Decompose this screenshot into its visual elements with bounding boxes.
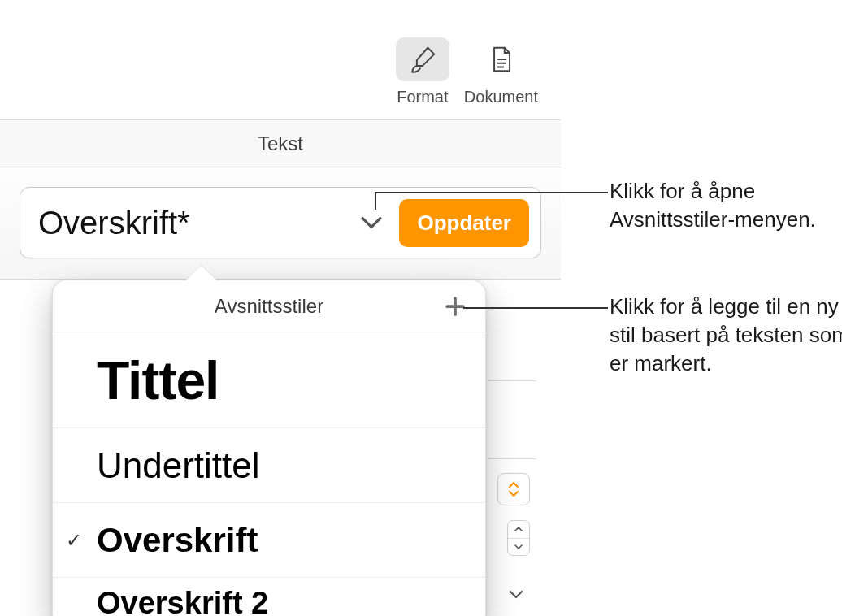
style-label: Overskrift 2	[97, 586, 268, 616]
inspector-toolbar: Format Dokument	[0, 15, 561, 120]
format-tab-label: Format	[397, 88, 448, 106]
style-item-overskrift-2[interactable]: Overskrift 2	[53, 578, 485, 616]
style-item-tittel[interactable]: Tittel	[53, 332, 485, 428]
callouts-region: Klikk for å åpne Avsnittsstiler-menyen. …	[561, 0, 842, 616]
style-label: Overskrift	[97, 521, 258, 560]
style-list: Tittel Undertittel ✓ Overskrift Overskri…	[53, 332, 485, 616]
update-style-button[interactable]: Oppdater	[399, 199, 529, 247]
add-style-button[interactable]	[441, 293, 469, 320]
format-tab[interactable]: Format	[396, 37, 449, 106]
callout-leader-line	[375, 192, 376, 210]
paragraph-style-section: Overskrift* Oppdater	[0, 167, 561, 280]
paragraph-style-selector[interactable]: Overskrift* Oppdater	[20, 187, 541, 258]
chevron-down-icon	[355, 215, 388, 230]
document-icon	[474, 37, 527, 81]
popover-title-bar: Avsnittsstiler	[53, 280, 485, 332]
popup-button[interactable]	[497, 473, 530, 505]
text-tab-label: Tekst	[258, 132, 303, 155]
document-tab-label: Dokument	[464, 88, 538, 106]
text-inspector-tab[interactable]: Tekst	[0, 120, 561, 167]
style-label: Undertittel	[97, 445, 260, 486]
document-tab[interactable]: Dokument	[464, 37, 538, 106]
disclosure-toggle[interactable]	[504, 582, 528, 606]
style-label: Tittel	[97, 349, 219, 411]
style-item-overskrift[interactable]: ✓ Overskrift	[53, 503, 485, 578]
checkmark-icon: ✓	[66, 529, 82, 552]
paintbrush-icon	[396, 37, 449, 81]
popover-title: Avsnittsstiler	[215, 295, 323, 318]
style-item-undertittel[interactable]: Undertittel	[53, 428, 485, 503]
size-stepper[interactable]	[507, 520, 530, 556]
stepper-up[interactable]	[508, 521, 529, 539]
callout-add-style: Klikk for å legge til en ny stil basert …	[610, 293, 842, 378]
paragraph-styles-popover: Avsnittsstiler Tittel Undertittel ✓ Over…	[52, 280, 486, 616]
current-style-name: Overskrift*	[38, 205, 355, 241]
stepper-down[interactable]	[508, 539, 529, 556]
callout-open-menu: Klikk for å åpne Avsnittsstiler-menyen.	[610, 177, 842, 234]
